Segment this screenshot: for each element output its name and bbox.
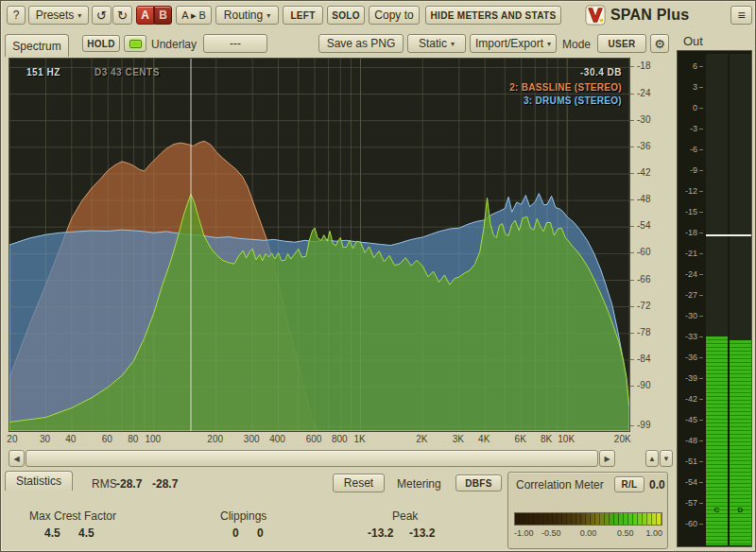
out-scale-tick bbox=[699, 233, 703, 233]
freq-tick-label: 30 bbox=[40, 434, 50, 444]
spectrum-display[interactable]: 151 HZ D3 43 CENTS -30.4 DB 2: BASSLINE … bbox=[9, 58, 630, 432]
out-scale-tick bbox=[699, 524, 703, 525]
presets-button[interactable]: Presets▾ bbox=[28, 6, 89, 25]
out-scale-label: -48 bbox=[678, 436, 697, 445]
crest-value-right: 4.5 bbox=[78, 526, 94, 540]
voxengo-logo[interactable] bbox=[585, 5, 606, 26]
readout-frequency: 151 HZ bbox=[26, 67, 60, 78]
left-channel-button[interactable]: LEFT bbox=[283, 6, 323, 25]
peak-label: Peak bbox=[392, 509, 418, 523]
scroll-right-button[interactable]: ▶ bbox=[599, 450, 615, 467]
db-tick-mark bbox=[630, 94, 634, 95]
correlation-tick-label: -1.00 bbox=[514, 528, 534, 538]
out-scale-label: -33 bbox=[678, 332, 697, 341]
db-tick-mark bbox=[630, 120, 634, 121]
out-channel-label: C bbox=[706, 506, 728, 514]
out-scale-label: -18 bbox=[678, 228, 697, 237]
correlation-channel-button[interactable]: R/L bbox=[614, 476, 644, 492]
db-tick-mark bbox=[630, 66, 634, 67]
redo-button[interactable]: ↻ bbox=[112, 6, 132, 25]
db-axis: -18-24-30-36-42-48-54-60-66-72-78-84-90-… bbox=[630, 58, 674, 432]
underlay-enable-led-button[interactable] bbox=[124, 35, 146, 52]
freq-tick-label: 2K bbox=[416, 434, 427, 444]
undo-button[interactable]: ↺ bbox=[92, 6, 112, 25]
settings-gear-button[interactable]: ⚙ bbox=[650, 34, 669, 53]
correlation-scale: -1.00-0.500.000.501.00 bbox=[514, 528, 662, 540]
out-scale-label: -6 bbox=[678, 145, 697, 154]
a-to-b-copy-button[interactable]: A ▸ B bbox=[176, 6, 212, 25]
zoom-in-button[interactable]: ▲ bbox=[645, 450, 659, 467]
metering-mode-button[interactable]: DBFS bbox=[455, 474, 502, 492]
out-scale-tick bbox=[699, 336, 703, 337]
copy-to-button[interactable]: Copy to bbox=[369, 6, 420, 25]
out-scale-tick bbox=[699, 461, 703, 462]
db-tick-label: -30 bbox=[637, 114, 650, 125]
out-scale-label: 0 bbox=[678, 103, 697, 112]
save-png-button[interactable]: Save as PNG bbox=[318, 34, 404, 53]
crest-value-left: 4.5 bbox=[44, 526, 60, 540]
db-tick-label: -42 bbox=[637, 167, 650, 178]
db-tick-mark bbox=[630, 280, 634, 281]
ab-b-button[interactable]: B bbox=[154, 6, 172, 25]
freq-tick-label: 20 bbox=[7, 434, 17, 444]
db-tick-label: -60 bbox=[637, 247, 650, 257]
readout-level: -30.4 DB bbox=[580, 67, 622, 78]
out-scale-label: -42 bbox=[678, 394, 697, 404]
hide-meters-button[interactable]: HIDE METERS AND STATS bbox=[425, 6, 561, 25]
spectrum-chart bbox=[9, 59, 629, 431]
out-scale-tick bbox=[699, 440, 703, 441]
scroll-left-button[interactable]: ◀ bbox=[9, 450, 25, 467]
metering-label: Metering bbox=[397, 477, 441, 491]
out-scale-tick bbox=[699, 482, 703, 483]
freq-tick-label: 6K bbox=[515, 434, 526, 444]
freq-tick-label: 300 bbox=[244, 434, 260, 444]
dropdown-caret-icon: ▾ bbox=[77, 11, 81, 20]
presets-label: Presets bbox=[36, 9, 75, 22]
out-scale-tick bbox=[699, 399, 703, 400]
help-button[interactable]: ? bbox=[7, 6, 26, 25]
menu-button[interactable]: ≡ bbox=[730, 6, 752, 25]
freq-tick-label: 400 bbox=[269, 434, 285, 444]
out-scale-label: -27 bbox=[678, 290, 697, 300]
freq-tick-label: 3K bbox=[453, 434, 464, 444]
out-scale-label: -60 bbox=[678, 519, 697, 528]
routing-button[interactable]: Routing▾ bbox=[215, 6, 279, 25]
scrollbar-thumb[interactable] bbox=[26, 450, 598, 467]
rms-label: RMS bbox=[92, 477, 117, 491]
out-scale-tick bbox=[699, 503, 703, 504]
freq-tick-label: 600 bbox=[306, 434, 322, 444]
solo-button[interactable]: SOLO bbox=[327, 6, 365, 25]
out-scale-tick bbox=[699, 420, 703, 421]
reset-button[interactable]: Reset bbox=[333, 474, 385, 492]
ab-a-button[interactable]: A bbox=[136, 6, 154, 25]
out-scale-tick bbox=[699, 378, 703, 379]
mode-user-button[interactable]: USER bbox=[597, 34, 646, 53]
out-scale-tick bbox=[699, 87, 703, 88]
rms-value-left: -28.7 bbox=[116, 477, 142, 491]
import-export-select[interactable]: Import/Export▾ bbox=[470, 34, 557, 53]
tab-spectrum[interactable]: Spectrum bbox=[5, 34, 69, 57]
underlay-select[interactable]: --- bbox=[203, 34, 267, 53]
static-select[interactable]: Static▾ bbox=[407, 34, 466, 53]
correlation-bar bbox=[514, 512, 662, 526]
span-plus-window: ? Presets▾ ↺ ↻ A B A ▸ B Routing▾ LEFT S… bbox=[0, 0, 756, 552]
rms-value-right: -28.7 bbox=[152, 477, 178, 491]
correlation-tick-label: 1.00 bbox=[645, 528, 662, 538]
legend-item: 3: DRUMS (STEREO) bbox=[509, 95, 622, 108]
freq-tick-label: 80 bbox=[128, 434, 138, 444]
tab-statistics[interactable]: Statistics bbox=[5, 471, 73, 491]
correlation-meter-panel: Correlation Meter R/L 0.0 -1.00-0.500.00… bbox=[507, 472, 668, 549]
mode-label: Mode bbox=[562, 38, 591, 51]
out-scale-tick bbox=[699, 253, 703, 254]
db-tick-mark bbox=[630, 306, 634, 307]
hold-button[interactable]: HOLD bbox=[82, 35, 120, 52]
out-scale-label: -30 bbox=[678, 311, 697, 320]
out-scale-label: -51 bbox=[678, 457, 697, 466]
out-scale-label: -21 bbox=[678, 249, 697, 258]
out-scale-tick bbox=[699, 108, 703, 109]
output-meter[interactable]: 630-3-6-9-12-15-18-21-24-27-30-33-36-39-… bbox=[677, 50, 752, 547]
underlay-legend: 2: BASSLINE (STEREO)3: DRUMS (STEREO) bbox=[509, 81, 622, 108]
zoom-out-button[interactable]: ▼ bbox=[660, 450, 673, 467]
out-scale-label: -57 bbox=[678, 498, 697, 508]
out-scale-tick bbox=[699, 274, 703, 275]
